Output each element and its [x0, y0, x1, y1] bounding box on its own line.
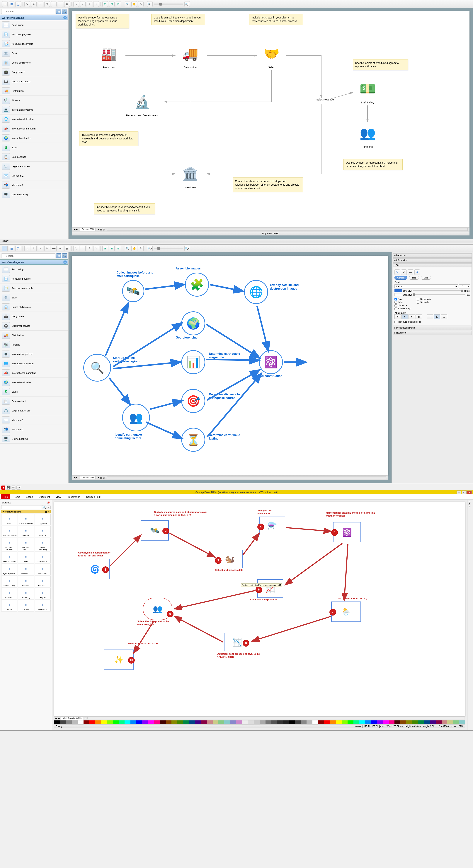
- search-x[interactable]: ✕: [47, 505, 51, 509]
- l1[interactable]: ╲: [73, 246, 79, 251]
- align-center[interactable]: ≡: [402, 314, 408, 319]
- hand-tool[interactable]: ✋: [131, 246, 137, 251]
- cb-sup[interactable]: [417, 298, 419, 301]
- canvas[interactable]: Use this symbol for representing a Manuf…: [72, 11, 470, 227]
- menu-shape[interactable]: Shape: [24, 494, 36, 499]
- lib-item[interactable]: 🖥️Online booking: [0, 434, 68, 444]
- node-collect[interactable]: 🛰️: [122, 280, 144, 302]
- lib-item[interactable]: 📣International marketing: [0, 368, 68, 378]
- c6[interactable]: ⤳: [58, 246, 63, 251]
- tool-oval[interactable]: ◯: [15, 1, 21, 7]
- close-icon[interactable]: ×: [63, 260, 67, 264]
- cb-bold[interactable]: [394, 298, 397, 301]
- lib-item[interactable]: ✉️Mailroom 1: [0, 171, 68, 180]
- library-header[interactable]: Workflow diagrams ×: [0, 15, 68, 20]
- font-family-select[interactable]: Calibri: [394, 284, 458, 288]
- grid-item[interactable]: ▫Bank: [1, 514, 17, 525]
- l3[interactable]: ⤴: [87, 246, 92, 251]
- node-identify[interactable]: 👥: [122, 404, 150, 431]
- lib-item[interactable]: 📋Sale contract: [0, 152, 68, 162]
- color-swatch[interactable]: [394, 289, 402, 292]
- t1[interactable]: ⊟: [102, 246, 108, 251]
- node-assemble[interactable]: 🧩: [185, 273, 209, 297]
- tree-1[interactable]: ⊟: [102, 1, 108, 7]
- lib-item[interactable]: 🌐International division: [0, 115, 68, 124]
- align-right[interactable]: ≡: [409, 314, 415, 319]
- zoom-indicator[interactable]: Custom 66%: [80, 476, 95, 479]
- lib-item[interactable]: 🏦Bank: [0, 49, 68, 58]
- zoom-out[interactable]: 🔍−: [147, 246, 153, 251]
- brush-icon[interactable]: 🖌: [401, 270, 407, 275]
- node-start[interactable]: 🔍: [83, 354, 111, 381]
- hscroll[interactable]: [87, 717, 464, 719]
- menu-presentation[interactable]: Presentation: [64, 494, 83, 499]
- menu-view[interactable]: View: [53, 494, 63, 499]
- sec-hypernote[interactable]: ▸ Hypernote: [393, 331, 472, 335]
- grid-item[interactable]: ▫Sale contract: [35, 552, 51, 563]
- node-sales-revenue[interactable]: Sales Revenue: [308, 98, 342, 101]
- search-grid-toggle[interactable]: ▦: [56, 9, 61, 14]
- tab-general[interactable]: General: [394, 276, 407, 280]
- grid-item[interactable]: ▫Payroll: [35, 588, 51, 599]
- sec-behaviour[interactable]: ▸ Behaviour: [393, 254, 472, 257]
- lib-item[interactable]: 📬Mailroom 2: [0, 425, 68, 434]
- pen-icon[interactable]: ✎: [394, 270, 400, 275]
- lib-item[interactable]: 💻Information systems: [0, 105, 68, 115]
- zoom-out[interactable]: 🔍−: [147, 1, 153, 7]
- node-distribution[interactable]: 🚚Distribution: [177, 43, 203, 69]
- l2[interactable]: ⟋: [80, 246, 86, 251]
- grid-item[interactable]: ▫Customer service: [1, 526, 17, 537]
- lib-search[interactable]: [1, 505, 42, 509]
- node-distance[interactable]: 🎯: [181, 389, 205, 413]
- qat-save[interactable]: 💾: [6, 486, 10, 490]
- hscroll[interactable]: [107, 476, 386, 479]
- zoom-slider[interactable]: [154, 248, 183, 249]
- lib-item[interactable]: 💱Finance: [0, 96, 68, 105]
- lib-item[interactable]: 🚚Distribution: [0, 331, 68, 340]
- menu-solution park[interactable]: Solution Park: [84, 494, 103, 499]
- lib-item[interactable]: 📬Mailroom 2: [0, 180, 68, 190]
- tool-pointer[interactable]: ▭: [2, 246, 7, 251]
- grid-item[interactable]: ▫Phone: [1, 600, 17, 612]
- zoom-in[interactable]: 🔍+: [184, 246, 190, 251]
- tree-3[interactable]: ⊡: [116, 1, 121, 7]
- lib-item[interactable]: 📊Accounting: [0, 265, 68, 274]
- search-go[interactable]: 🔍: [62, 9, 67, 14]
- grid-item[interactable]: ▫Internati... division: [18, 538, 34, 552]
- c2[interactable]: ↳: [31, 246, 37, 251]
- node-personnel[interactable]: 👥Personnel: [355, 122, 380, 148]
- lib-item[interactable]: 👔Board of directors: [0, 302, 68, 312]
- t3[interactable]: ⊡: [116, 246, 121, 251]
- grid-item[interactable]: ▫Informati... systems: [1, 538, 17, 552]
- lib-item[interactable]: 🌐International division: [0, 359, 68, 368]
- cb-strike[interactable]: [394, 308, 397, 310]
- search-input[interactable]: [1, 253, 55, 258]
- bg-swatch[interactable]: [394, 293, 402, 296]
- line-4[interactable]: ⤵: [93, 1, 99, 7]
- l4[interactable]: ⤵: [93, 246, 99, 251]
- search-go[interactable]: 🔍: [62, 253, 67, 258]
- library-header[interactable]: Workflow diagrams ×: [0, 259, 68, 265]
- menu-file[interactable]: File: [1, 494, 10, 499]
- grid-item[interactable]: ▫Manage...: [18, 576, 34, 587]
- hscroll[interactable]: [107, 228, 468, 231]
- c1[interactable]: ↘: [24, 246, 30, 251]
- lib-item[interactable]: 📄Accounts payable: [0, 274, 68, 283]
- grid-item[interactable]: ▫Operator 1: [18, 600, 34, 612]
- pages-strip[interactable]: Pages: [467, 500, 473, 731]
- lib-item[interactable]: 🖥️Online booking: [0, 190, 68, 199]
- canvas[interactable]: 🔍 Start-up (define earthquake region) 🛰️…: [72, 256, 388, 475]
- sec-information[interactable]: ▸ Information: [393, 258, 472, 262]
- menu-home[interactable]: Home: [11, 494, 23, 499]
- lib-item[interactable]: 🎧Customer service: [0, 321, 68, 331]
- lib-item[interactable]: 💲Sales: [0, 143, 68, 152]
- tab-more[interactable]: More: [421, 276, 431, 280]
- node-magnitude[interactable]: 📊: [181, 350, 205, 374]
- grid-item[interactable]: ▫Online booking: [1, 576, 17, 587]
- font-a-icon[interactable]: A: [414, 270, 420, 275]
- c3[interactable]: ⤷: [38, 246, 43, 251]
- sec-text[interactable]: ▾ Text: [393, 264, 472, 268]
- lib-item[interactable]: 🏦Bank: [0, 293, 68, 302]
- valign-bot[interactable]: ⊥: [441, 314, 447, 319]
- connector-5[interactable]: ⟶: [51, 1, 57, 7]
